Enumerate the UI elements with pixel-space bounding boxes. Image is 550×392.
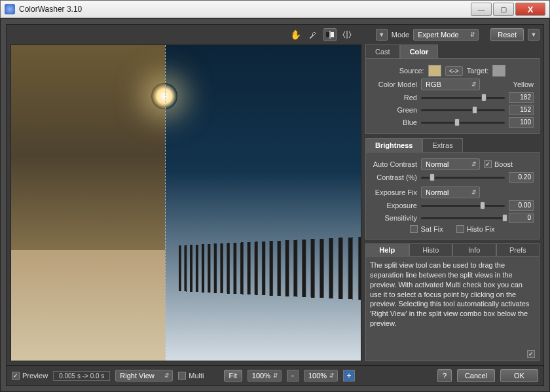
auto-contrast-label: Auto Contrast bbox=[371, 160, 417, 168]
mode-label: Mode bbox=[392, 31, 410, 39]
titlebar: ColorWasher 3.10 — ▢ X bbox=[0, 0, 550, 18]
exposure-fix-select[interactable]: Normal bbox=[421, 187, 480, 198]
tab-info[interactable]: Info bbox=[452, 243, 496, 257]
exposure-fix-label: Exposure Fix bbox=[371, 188, 417, 196]
multi-checkbox[interactable]: Multi bbox=[178, 372, 204, 380]
mode-select[interactable]: Expert Mode bbox=[413, 29, 479, 41]
exposure-value[interactable]: 0.00 bbox=[509, 200, 534, 211]
channel-red-slider[interactable] bbox=[421, 93, 505, 102]
contrast-value[interactable]: 0.20 bbox=[509, 172, 534, 183]
split-divider[interactable] bbox=[165, 45, 166, 361]
cancel-button[interactable]: Cancel bbox=[457, 369, 495, 382]
tab-histo[interactable]: Histo bbox=[409, 243, 453, 257]
channel-green-slider[interactable] bbox=[421, 105, 505, 115]
tab-cast[interactable]: Cast bbox=[365, 45, 400, 58]
sensitivity-value[interactable]: 0 bbox=[509, 213, 534, 223]
help-text: The split view tool can be used to drag … bbox=[365, 257, 540, 361]
top-toolbar: ✋ ▼ Mode Expert Mode Reset ▼ bbox=[7, 25, 543, 45]
tab-help[interactable]: Help bbox=[365, 243, 409, 257]
zoom-right[interactable]: 100% bbox=[304, 370, 338, 382]
exposure-slider[interactable] bbox=[421, 201, 505, 210]
timing-display: 0.005 s -> 0.0 s bbox=[53, 371, 110, 381]
help-pin-checkbox[interactable]: ✓ bbox=[527, 350, 535, 358]
channel-green-label: Green bbox=[371, 106, 417, 114]
auto-contrast-select[interactable]: Normal bbox=[421, 158, 480, 170]
source-label: Source: bbox=[399, 67, 424, 75]
exposure-label: Exposure bbox=[371, 202, 417, 209]
reset-button[interactable]: Reset bbox=[490, 28, 524, 41]
color-model-select[interactable]: RGB bbox=[421, 79, 480, 90]
preview-checkbox[interactable]: ✓Preview bbox=[12, 372, 48, 380]
color-panel: Source: <-> Target: Color Model RGB Yell… bbox=[365, 58, 540, 134]
swap-button[interactable]: <-> bbox=[445, 66, 463, 76]
reset-dropdown[interactable]: ▼ bbox=[528, 29, 540, 41]
color-model-note: Yellow bbox=[513, 80, 534, 88]
mode-presets-dropdown[interactable]: ▼ bbox=[376, 29, 388, 41]
channel-red-label: Red bbox=[371, 94, 417, 101]
help-button[interactable]: ? bbox=[437, 369, 452, 382]
fit-button[interactable]: Fit bbox=[224, 370, 242, 382]
eyedropper-tool-icon[interactable] bbox=[306, 28, 320, 41]
satfix-checkbox[interactable]: Sat Fix bbox=[410, 225, 443, 233]
sensitivity-slider[interactable] bbox=[421, 213, 505, 223]
hand-tool-icon[interactable]: ✋ bbox=[289, 28, 302, 41]
svg-rect-0 bbox=[326, 32, 329, 37]
window-title: ColorWasher 3.10 bbox=[19, 5, 469, 14]
zoom-plus[interactable]: + bbox=[343, 370, 355, 382]
compare-tool-icon[interactable] bbox=[340, 28, 354, 41]
view-select[interactable]: Right View bbox=[115, 370, 173, 382]
color-model-label: Color Model bbox=[371, 80, 417, 88]
channel-blue-label: Blue bbox=[371, 118, 417, 126]
app-icon bbox=[5, 4, 15, 14]
brightness-panel: Auto Contrast Normal ✓Boost Contrast (%)… bbox=[365, 152, 540, 240]
channel-blue-slider[interactable] bbox=[421, 118, 505, 127]
tab-color[interactable]: Color bbox=[400, 45, 439, 58]
svg-rect-1 bbox=[331, 32, 334, 37]
sensitivity-label: Sensitivity bbox=[371, 214, 417, 222]
target-label: Target: bbox=[467, 67, 489, 75]
close-button[interactable]: X bbox=[515, 3, 545, 16]
boost-checkbox[interactable]: ✓Boost bbox=[484, 160, 513, 168]
contrast-slider[interactable] bbox=[421, 173, 505, 182]
preview-area[interactable] bbox=[10, 45, 361, 361]
tab-extras[interactable]: Extras bbox=[422, 138, 462, 152]
minimize-button[interactable]: — bbox=[471, 3, 492, 16]
zoom-minus[interactable]: - bbox=[287, 370, 299, 382]
source-swatch[interactable] bbox=[428, 65, 441, 77]
split-tool-icon[interactable] bbox=[323, 28, 337, 41]
bottom-bar: ✓Preview 0.005 s -> 0.0 s Right View Mul… bbox=[7, 365, 543, 385]
histofix-checkbox[interactable]: Histo Fix bbox=[456, 225, 495, 233]
channel-blue-value[interactable]: 100 bbox=[509, 117, 534, 128]
contrast-label: Contrast (%) bbox=[371, 173, 417, 181]
target-swatch[interactable] bbox=[492, 65, 505, 77]
channel-red-value[interactable]: 182 bbox=[509, 92, 534, 103]
ok-button[interactable]: OK bbox=[500, 369, 538, 382]
tab-brightness[interactable]: Brightness bbox=[365, 138, 422, 152]
maximize-button[interactable]: ▢ bbox=[493, 3, 514, 16]
channel-green-value[interactable]: 152 bbox=[509, 105, 534, 115]
tab-prefs[interactable]: Prefs bbox=[496, 243, 540, 257]
zoom-left[interactable]: 100% bbox=[248, 370, 282, 382]
